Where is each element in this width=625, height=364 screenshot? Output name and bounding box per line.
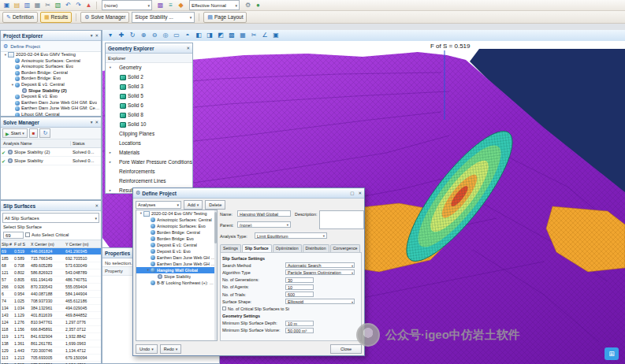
panel-close-icon[interactable]: ✕ [186, 46, 190, 50]
tree-item[interactable]: Earthen Dam June Web GH GM: Central [136, 261, 217, 267]
view-iso-icon[interactable]: ◩ [215, 31, 226, 40]
layers-icon[interactable]: ≡ [166, 1, 176, 9]
effective-normal-dropdown[interactable]: Effective Normal ▾ [189, 0, 240, 10]
tree-item[interactable]: Deposit E v1: Central [136, 242, 217, 248]
tree-item[interactable]: ▾ Deposit E v1: Central [1, 82, 101, 88]
tree-item[interactable]: Reinforcement Lines [106, 176, 192, 186]
slip-surface-number-input[interactable]: 69 [3, 232, 24, 239]
settings-icon[interactable]: ⚙ [243, 1, 253, 9]
tree-item[interactable]: ▾ Geometry [106, 63, 192, 72]
print-icon[interactable]: ▦ [32, 1, 43, 9]
checkbox[interactable] [222, 306, 226, 310]
solve-manager-button[interactable]: ⚙ Solve Manager [80, 12, 129, 23]
analysis-selector-dropdown[interactable]: Slope Stability ... ▾ [132, 12, 195, 23]
slip-row[interactable]: 118 1.156 666.845891 2,357.0712 [1, 326, 101, 333]
start-button[interactable]: ▶ Start ▾ [2, 128, 28, 138]
redo-button[interactable]: Redo ▾ [160, 344, 182, 354]
slip-row[interactable]: 129 1.443 720.300746 1,134.4712 [1, 347, 101, 355]
tree-item[interactable]: Borden Bridge: Central [136, 229, 217, 236]
corner-app-icon[interactable]: ⊞ [605, 347, 619, 360]
dialog-tab[interactable]: Settings [220, 244, 241, 252]
save-icon[interactable]: ▥ [22, 1, 32, 9]
parent-dropdown[interactable]: (none) [237, 221, 291, 228]
slip-row[interactable]: 57 0.805 691.194149 486.740751 [1, 277, 101, 284]
dialog-close-icon[interactable]: ✕ [358, 191, 362, 195]
tree-item[interactable]: ▾ Hanging Wall Global [136, 267, 217, 273]
tree-item[interactable]: ▸ Pore Water Pressure Conditions [106, 158, 192, 167]
none-dropdown[interactable]: (none) ▾ [102, 0, 152, 10]
column-y-center[interactable]: Y Center (m) [65, 242, 99, 247]
slip-row[interactable]: 121 0.802 586.826923 543.048789 [1, 269, 101, 277]
refresh-button[interactable]: ↻ [39, 128, 50, 138]
field-control[interactable]: Particle Swarm Optimization [285, 269, 355, 275]
tree-item[interactable]: Reinforcements [106, 167, 192, 176]
scrollbar-thumb[interactable] [214, 212, 217, 243]
tree-item[interactable]: Borden Bridge: Central [1, 70, 101, 76]
column-slip-number[interactable]: Slip # [1, 242, 13, 247]
page-layout-button[interactable]: ▤ Page Layout [203, 12, 247, 23]
field-control[interactable]: Automatic Search [285, 262, 355, 268]
slip-row[interactable]: 113 1.213 705.693005 679.150094 [1, 355, 101, 362]
tree-scrollbar[interactable] [214, 210, 217, 340]
slip-row[interactable]: 6 0.954 440.087188 584.144904 [1, 291, 101, 298]
tree-item[interactable]: Solid 6 [106, 101, 192, 110]
grid-icon[interactable]: ▩ [155, 1, 166, 9]
slip-row[interactable]: 138 1.361 861.261781 1,699.0963 [1, 340, 101, 347]
app-icon[interactable]: ▣ [2, 1, 12, 9]
undo-button[interactable]: Undo ▾ [136, 344, 158, 354]
clip-icon[interactable]: ✂ [248, 31, 259, 40]
field-control[interactable]: 10 [285, 284, 314, 290]
undo-icon[interactable]: ↶ [63, 1, 73, 9]
panel-menu-icon[interactable]: ▾ [91, 33, 93, 38]
tree-item[interactable]: Anisotropic Surfaces: Central [1, 58, 101, 65]
zoom-in-icon[interactable]: ⊕ [138, 31, 149, 40]
dialog-tab[interactable]: Slip Surface [242, 244, 272, 252]
help-icon[interactable]: ● [253, 1, 263, 9]
zoom-extents-icon[interactable]: ◎ [160, 31, 171, 40]
zoom-out-icon[interactable]: ⊖ [149, 31, 160, 40]
panel-menu-icon[interactable]: ▾ [91, 120, 93, 124]
field-control[interactable]: 600 [285, 292, 314, 297]
select-arrow-icon[interactable]: ▾ [105, 31, 116, 40]
analysis-row[interactable]: ✔ Slope Stability (2) Solved 0... [1, 148, 101, 157]
column-x-center[interactable]: X Center (m) [30, 242, 65, 247]
zoom-window-icon[interactable]: ▭ [171, 31, 182, 40]
dialog-tab[interactable]: Optimization [273, 244, 302, 252]
dialog-tab[interactable]: Convergence [330, 244, 361, 252]
tree-item[interactable]: Borden Bridge: Evo [136, 236, 217, 242]
delete-button[interactable]: Delete [205, 200, 225, 210]
slip-row[interactable]: 119 1.171 841.632904 1,932.8842 [1, 333, 101, 340]
slip-surface-filter-dropdown[interactable]: All Slip Surfaces ▾ [2, 213, 99, 223]
tree-item[interactable]: Solid 3 [106, 82, 192, 91]
slip-row[interactable]: 143 1.129 401.811639 469.844852 [1, 312, 101, 319]
slip-row[interactable]: 69 0.519 446.061824 641.290345 [1, 248, 101, 255]
tree-item[interactable]: Earthen Dam June Web GH GM: Central [1, 106, 101, 112]
slip-row[interactable]: 266 0.926 870.330543 555.059404 [1, 284, 101, 291]
screenshot-icon[interactable]: ▣ [270, 31, 281, 40]
column-fos[interactable]: F of S [13, 242, 30, 247]
slip-row[interactable]: 74 1.025 708.937330 465.612186 [1, 298, 101, 305]
stop-button[interactable]: ■ [29, 128, 39, 138]
redo-icon[interactable]: ↷ [73, 1, 84, 9]
tree-item[interactable]: B-B' Looking Northeast (+): GMT [136, 280, 217, 286]
description-input[interactable] [319, 210, 364, 229]
analysis-row[interactable]: ✔ Slope Stability Solved 0... [1, 157, 101, 165]
tree-item[interactable]: Earthen Dam June Web GH GM: Evo [136, 254, 217, 261]
name-input[interactable]: Hanging Wall Global [237, 210, 291, 217]
dialog-titlebar[interactable]: ⚙ Define Project ▢ ✕ [133, 188, 364, 199]
tree-item[interactable]: Deposit E v1: Evo [136, 248, 217, 254]
tree-item[interactable]: Borden Bridge: Evo [1, 76, 101, 82]
slip-row[interactable]: 185 0.589 715.766345 692.703510 [1, 255, 101, 262]
field-control[interactable]: Ellipsoid [285, 299, 355, 304]
tree-item[interactable]: Deposit E v1: Evo [1, 94, 101, 100]
view-side-icon[interactable]: ◨ [204, 31, 215, 40]
tree-item[interactable]: Solid 10 [106, 120, 192, 129]
orbit-icon[interactable]: ↻ [127, 31, 138, 40]
slip-row[interactable]: 134 1.034 384.132961 494.029045 [1, 305, 101, 312]
tree-item[interactable]: Slope Stability [136, 273, 217, 280]
analysis-type-dropdown[interactable]: Limit Equilibrium [255, 232, 327, 239]
slip-row[interactable]: 124 1.276 810.947761 1,297.0776 [1, 319, 101, 326]
definition-button[interactable]: ✎ Definition [2, 12, 38, 23]
slip-row[interactable]: 68 0.708 489.605289 573.630049 [1, 262, 101, 269]
column-status[interactable]: Status [70, 141, 101, 146]
